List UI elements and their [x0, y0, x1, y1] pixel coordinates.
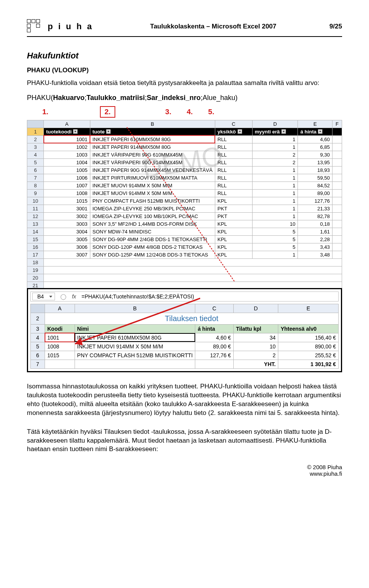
cell-code[interactable]: 3002 — [44, 212, 90, 220]
row-6[interactable]: 6 — [31, 351, 45, 360]
filter-dropdown-icon[interactable] — [318, 129, 322, 134]
filter-dropdown-icon[interactable] — [106, 129, 111, 134]
cell-unit[interactable]: RLL — [215, 189, 252, 197]
cell-name[interactable]: INKJET MUOVI 914MM X 50M M/M — [75, 342, 195, 351]
cell-price[interactable]: 2,28 — [298, 235, 332, 243]
col-D[interactable]: D — [233, 304, 278, 313]
cell-unit[interactable]: KPL — [215, 228, 252, 235]
col-B[interactable]: B — [90, 120, 215, 128]
cell-price[interactable]: 127,76 — [298, 197, 332, 205]
col-B[interactable]: B — [75, 304, 195, 313]
row-4[interactable]: 4 — [27, 151, 44, 158]
cell-product[interactable]: SONY DG-90P 4MM 2/4GB DDS-1 TIETOKASETTI — [90, 235, 215, 243]
cell-product[interactable]: INKJET MUOVI 914MM X 50M M/M — [90, 189, 215, 197]
cell-unit[interactable]: RLL — [215, 158, 252, 166]
row-3[interactable]: 3 — [31, 324, 45, 333]
cell-product[interactable]: IOMEGA ZIP-LEVYKE 250 MB/3KPL PC/MAC — [90, 205, 215, 212]
row-15[interactable]: 15 — [27, 235, 44, 243]
row-20[interactable]: 20 — [27, 274, 44, 282]
cell-price[interactable]: 3,43 — [298, 243, 332, 251]
cell-batch[interactable]: 1 — [252, 189, 298, 197]
cell-batch[interactable]: 1 — [252, 212, 298, 220]
cell-batch[interactable]: 1 — [252, 135, 298, 143]
cell-code[interactable]: 1015 — [44, 197, 90, 205]
cell-price[interactable]: 89,00 — [298, 189, 332, 197]
cell-price[interactable]: 84,52 — [298, 182, 332, 189]
row-2[interactable]: 2 — [31, 313, 45, 324]
cell-product[interactable]: IOMEGA ZIP-LEVYKE 100 MB/10KPL PC/MAC — [90, 212, 215, 220]
col-F[interactable]: F — [332, 120, 342, 128]
row-10[interactable]: 10 — [27, 197, 44, 205]
row-17[interactable]: 17 — [27, 251, 44, 258]
cell-batch[interactable]: 1 — [252, 205, 298, 212]
cell-code[interactable]: 3003 — [44, 220, 90, 228]
row-1[interactable]: 1 — [27, 128, 44, 135]
cell-unit[interactable]: KPL — [215, 197, 252, 205]
cell-product[interactable]: SONY DGD-120P 4MM 4/8GB DDS-2 TIETOKAS — [90, 243, 215, 251]
cell-code[interactable]: 1004 — [44, 158, 90, 166]
cell-code[interactable]: 3004 — [44, 228, 90, 235]
cell-aprice[interactable]: 4,60 € — [195, 333, 233, 342]
cell-price[interactable]: 59,50 — [298, 174, 332, 182]
row-11[interactable]: 11 — [27, 205, 44, 212]
cell-code[interactable]: 1001 — [44, 135, 90, 143]
cell-code[interactable]: 3005 — [44, 235, 90, 243]
cell-batch[interactable]: 2 — [252, 158, 298, 166]
cell-qty[interactable]: 10 — [233, 342, 278, 351]
row-12[interactable]: 12 — [27, 212, 44, 220]
cell-code[interactable]: 1008 — [45, 342, 75, 351]
cell-product[interactable]: SONY MDW-74 MINIDISC — [90, 228, 215, 235]
cell-batch[interactable]: 5 — [252, 228, 298, 235]
col-C[interactable]: C — [195, 304, 233, 313]
cell-unit[interactable]: KPL — [215, 243, 252, 251]
row-13[interactable]: 13 — [27, 220, 44, 228]
cell-qty[interactable]: 34 — [233, 333, 278, 342]
filter-dropdown-icon[interactable] — [281, 129, 286, 134]
cell-unit[interactable]: KPL — [215, 220, 252, 228]
cell-price[interactable]: 82,78 — [298, 212, 332, 220]
filter-dropdown-icon[interactable] — [238, 129, 242, 134]
cell-product[interactable]: INKJET MUOVI 914MM X 50M M/M — [90, 182, 215, 189]
cell-code[interactable]: 3007 — [44, 251, 90, 258]
cell-product[interactable]: SONY 3,5" MF2/HD 1,44MB DOS-FORM DISK — [90, 220, 215, 228]
row-7[interactable]: 7 — [31, 360, 45, 368]
cell-price[interactable]: 4,60 — [298, 135, 332, 143]
cell-unit[interactable]: KPL — [215, 251, 252, 258]
cell-product[interactable]: PNY COMPACT FLASH 512MB MUISTIKORTTI — [90, 197, 215, 205]
row-6[interactable]: 6 — [27, 166, 44, 174]
cell-product[interactable]: INKJET PAPERI 914MMX50M 80G — [90, 143, 215, 151]
cell-price[interactable]: 6,85 — [298, 143, 332, 151]
row-16[interactable]: 16 — [27, 243, 44, 251]
row-18[interactable]: 18 — [27, 258, 44, 266]
name-box[interactable]: B4 — [32, 293, 55, 300]
cell-batch[interactable]: 5 — [252, 235, 298, 243]
col-D[interactable]: D — [252, 120, 298, 128]
cell-price[interactable]: 18,93 — [298, 166, 332, 174]
cell-batch[interactable]: 1 — [252, 182, 298, 189]
cell-code[interactable]: 1006 — [44, 174, 90, 182]
cell-price[interactable]: 13,95 — [298, 158, 332, 166]
row-5[interactable]: 5 — [27, 158, 44, 166]
cell-batch[interactable]: 1 — [252, 251, 298, 258]
row-19[interactable]: 19 — [27, 266, 44, 274]
formula-text[interactable]: =PHAKU(A4;Tuotehinnasto!$A:$E;2;EPÄTOSI) — [81, 293, 194, 300]
cell-unit[interactable]: RLL — [215, 143, 252, 151]
col-A[interactable]: A — [45, 304, 75, 313]
cell-batch[interactable]: 10 — [252, 220, 298, 228]
cell-unit[interactable]: RLL — [215, 151, 252, 158]
cell-price[interactable]: 21,33 — [298, 205, 332, 212]
cell-aprice[interactable]: 127,76 € — [195, 351, 233, 360]
row-2[interactable]: 2 — [27, 135, 44, 143]
cell-product[interactable]: INKJET PAPERI 90G 914MMX45M VEDENKESTÄVÄ — [90, 166, 215, 174]
cell-batch[interactable]: 1 — [252, 166, 298, 174]
cell-product[interactable]: INKJET VÄRIPAPERI 90G 610MMX45M — [90, 151, 215, 158]
row-3[interactable]: 3 — [27, 143, 44, 151]
cell-name[interactable]: PNY COMPACT FLASH 512MB MUISTIKORTTI — [75, 351, 195, 360]
row-7[interactable]: 7 — [27, 174, 44, 182]
cell-code[interactable]: 1008 — [44, 189, 90, 197]
cell-code[interactable]: 1007 — [44, 182, 90, 189]
cell-batch[interactable]: 2 — [252, 151, 298, 158]
cell-unit[interactable]: PKT — [215, 212, 252, 220]
cell-price[interactable]: 1,61 — [298, 228, 332, 235]
row-4[interactable]: 4 — [31, 333, 45, 342]
